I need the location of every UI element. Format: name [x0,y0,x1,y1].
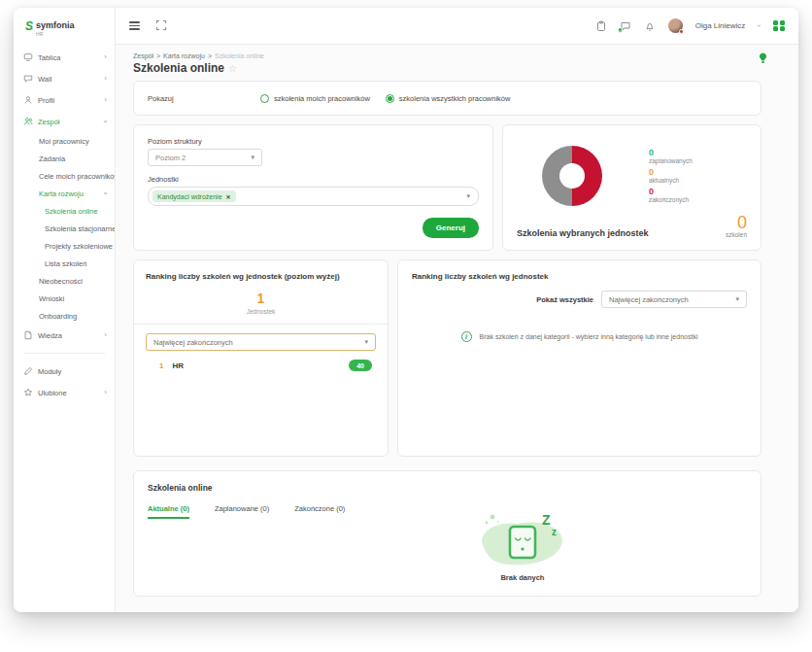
sidebar-item-label: Onboarding [39,312,77,321]
ranking-sort-value: Najwięcej zakończonych [153,338,233,347]
show-filter-radio-group: szkolenia moich pracowników szkolenia ws… [260,94,510,103]
tab-aktualne[interactable]: Aktualne (0) [148,504,189,519]
trainings-list-card: Szkolenia online Aktualne (0) Zaplanowan… [133,470,761,597]
empty-state: Z z Brak danych [466,508,579,582]
dashboard-icon [23,52,33,62]
ranking-row-hr[interactable]: 1 HR 40 [146,360,376,371]
planned-count: 0 [649,149,693,157]
structure-level-select[interactable]: Poziom 2 ▾ [148,149,262,166]
book-icon [23,330,33,340]
total-trainings-label: szkoleń [726,231,747,238]
sidebar-item-profil[interactable]: Profil › [14,89,115,111]
page-content: Zespół > Karta rozwoju > Szkolenia onlin… [116,45,798,612]
radio-unchecked-icon[interactable] [260,94,269,103]
sidebar-item-label: Wnioski [39,294,64,303]
user-name[interactable]: Olga Liniewicz [695,21,746,30]
sidebar-item-szkolenia-online[interactable]: Szkolenia online [14,202,115,220]
breadcrumb: Zespół > Karta rozwoju > Szkolenia onlin… [133,52,761,59]
units-count-value: 1 [146,291,376,306]
sidebar-item-wiedza[interactable]: Wiedza › [14,325,115,346]
structure-filter-card: Poziom struktury Poziom 2 ▾ Jednostki Ka… [133,124,493,251]
pencil-icon [23,366,33,376]
hamburger-menu-icon[interactable] [129,19,140,32]
breadcrumb-karta-rozwoju[interactable]: Karta rozwoju [163,52,205,59]
chevron-right-icon: › [104,54,107,60]
favorite-star-icon[interactable]: ☆ [228,63,237,74]
current-label: aktualnych [649,177,693,184]
unit-tag-label: Kandydaci wdrożenie [157,193,222,200]
sidebar-item-label: Ulubione [38,389,67,397]
sidebar-item-label: Szkolenia stacjonarne [45,224,116,233]
remove-tag-icon[interactable]: ✕ [226,193,231,200]
sleeping-box-illustration: Z z [466,508,579,568]
sidebar-item-label: Wiedza [38,331,62,340]
sidebar-item-zadania[interactable]: Zadania [14,150,115,167]
fullscreen-icon[interactable] [155,19,167,31]
sidebar-item-ulubione[interactable]: Ulubione › [14,382,115,403]
lightbulb-help-icon[interactable] [759,51,767,68]
generate-button[interactable]: Generuj [423,218,479,238]
sidebar-item-cele-moich-pracownikow[interactable]: Cele moich pracowników [14,167,115,185]
user-menu-caret-icon[interactable]: › [755,24,763,27]
units-multiselect[interactable]: Kandydaci wdrożenie ✕ ▾ [148,187,479,206]
sidebar-item-szkolenia-stacjonarne[interactable]: Szkolenia stacjonarne [14,220,115,237]
sidebar-item-moduly[interactable]: Moduły [14,360,115,382]
structure-level-label: Poziom struktury [148,137,479,146]
sidebar: S symfonia HR Tablica › Wall › Profil › … [14,8,116,612]
units-count-label: Jednostek [146,308,376,315]
ranking-left-title: Ranking liczby szkoleń wg jednostek (poz… [146,272,376,281]
unit-tag: Kandydaci wdrożenie ✕ [152,190,236,202]
total-trainings-value: 0 [726,215,747,231]
sidebar-item-label: Szkolenia online [45,207,98,216]
messages-icon[interactable]: ✓ [620,20,631,32]
app-logo[interactable]: S symfonia HR [14,17,115,47]
show-filter-label: Pokazuj [148,94,245,103]
notifications-bell-icon[interactable] [644,20,656,32]
sidebar-item-tablica[interactable]: Tablica › [14,47,115,68]
sidebar-item-moi-pracownicy[interactable]: Moi pracownicy [14,132,115,150]
radio-all-employees[interactable]: szkolenia wszystkich pracowników [386,94,511,103]
ranking-units-card: Ranking liczby szkoleń wg jednostek Poka… [397,259,761,457]
sidebar-item-wnioski[interactable]: Wnioski [14,290,115,307]
empty-state-label: Brak danych [466,573,579,582]
current-count: 0 [649,168,693,177]
sidebar-item-zespol[interactable]: Zespół › [14,111,115,132]
sidebar-item-karta-rozwoju[interactable]: Karta rozwoju › [14,185,115,202]
breadcrumb-zespol[interactable]: Zespół [133,52,153,59]
radio-label: szkolenia moich pracowników [274,94,370,103]
trainings-donut-chart [542,146,602,206]
clipboard-icon[interactable] [595,20,607,32]
summary-card-title: Szkolenia wybranych jednostek [517,228,649,238]
sleep-z-small: z [552,527,557,537]
tab-zakonczone[interactable]: Zakończone (0) [294,504,345,519]
show-all-select[interactable]: Najwięcej zakończonych ▾ [601,291,747,308]
radio-label: szkolenia wszystkich pracowników [399,94,511,103]
ranking-sort-select[interactable]: Najwięcej zakończonych ▾ [146,333,376,351]
sidebar-item-lista-szkolen[interactable]: Lista szkoleń [14,255,115,272]
radio-checked-icon[interactable] [386,94,394,103]
sidebar-item-wall[interactable]: Wall › [14,68,115,89]
info-icon: i [461,331,472,342]
sleep-z-big: Z [542,512,551,528]
sidebar-item-label: Projekty szkoleniowe [45,242,113,251]
sidebar-item-label: Profil [38,96,54,105]
sidebar-item-label: Lista szkoleń [45,259,86,268]
tab-zaplanowane[interactable]: Zaplanowane (0) [215,504,269,519]
radio-my-employees[interactable]: szkolenia moich pracowników [260,94,370,103]
donut-legend: 0 zaplanowanych 0 aktualnych 0 zakończon… [649,149,693,204]
chevron-right-icon: › [104,76,107,82]
user-avatar[interactable] [668,18,683,33]
apps-grid-icon[interactable] [773,20,785,32]
rank-count-badge: 40 [349,360,372,371]
divider [134,324,388,325]
chevron-right-icon: › [104,390,107,395]
page-title: Szkolenia online [133,61,224,75]
sidebar-item-nieobecnosci[interactable]: Nieobecności [14,272,115,290]
units-label: Jednostki [148,175,479,184]
logo-sub: HR [36,31,75,37]
rank-position: 1 [159,361,163,370]
sidebar-item-label: Karta rozwoju [39,189,84,198]
sidebar-item-projekty-szkoleniowe[interactable]: Projekty szkoleniowe [14,237,115,255]
sidebar-item-onboarding[interactable]: Onboarding [14,307,115,325]
finished-label: zakończonych [649,196,693,203]
